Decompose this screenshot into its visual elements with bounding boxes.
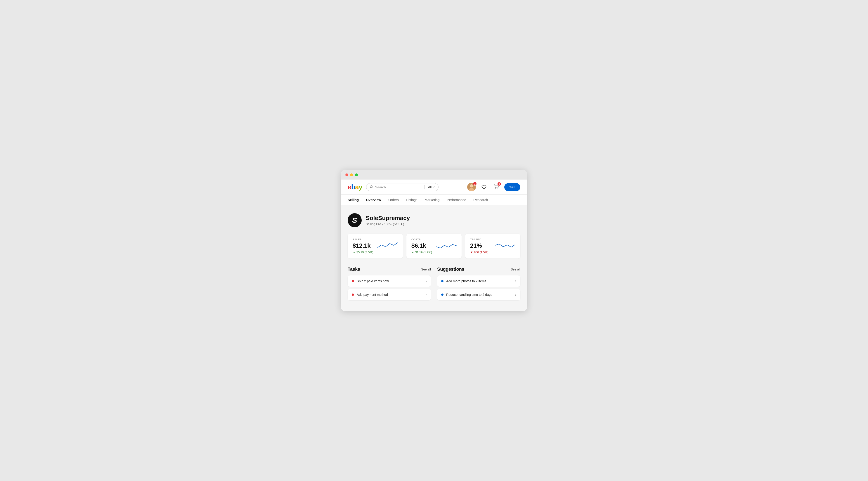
logo-e: e [348,184,351,190]
store-subtitle: Selling Pro • 100% (549 ★) [366,222,410,226]
suggestion-left-photos: Add more photos to 2 items [441,279,486,283]
metric-card-costs: COSTS $6.1k ▲ $1.19 (1.2%) [406,234,462,259]
suggestion-item-handling[interactable]: Reduce handling time to 2 days › [437,289,520,300]
suggestion-text-handling: Reduce handling time to 2 days [446,293,492,297]
browser-window: ebay Search All [341,170,527,311]
task-dot-ship [352,280,354,282]
suggestion-left-handling: Reduce handling time to 2 days [441,293,492,297]
metric-label-traffic: TRAFFIC [470,238,488,241]
bottom-row: Tasks See all Ship 2 paid items now › [348,267,520,303]
cart-button[interactable]: 3 [492,183,500,191]
main-content: S SoleSupremacy Selling Pro • 100% (549 … [341,205,527,311]
tab-research[interactable]: Research [473,195,488,205]
metric-value-sales: $12.1k [352,242,373,249]
search-icon [370,185,373,189]
task-text-ship: Ship 2 paid items now [357,279,389,283]
avatar-wrap[interactable]: 2 [467,183,476,191]
suggestions-section: Suggestions See all Add more photos to 2… [437,267,520,303]
metrics-row: SALES $12.1k ▲ $5.29 (3.5%) [348,234,520,259]
logo-y: y [359,184,362,190]
svg-point-5 [495,189,496,189]
browser-dot-yellow [350,174,353,176]
sub-nav: Selling Overview Orders Listings Marketi… [341,195,527,205]
store-name: SoleSupremacy [366,215,410,221]
metric-card-sales: SALES $12.1k ▲ $5.29 (3.5%) [348,234,403,259]
search-placeholder: Search [375,185,421,189]
up-arrow-icon-costs: ▲ [411,250,414,254]
task-left-ship: Ship 2 paid items now [352,279,389,283]
metric-change-text-sales: $5.29 (3.5%) [356,250,373,254]
down-arrow-icon-traffic: ▼ [470,250,473,254]
metric-change-text-costs: $1.19 (1.2%) [415,250,432,254]
cart-badge: 3 [497,182,501,186]
chart-traffic [495,240,515,251]
svg-point-3 [470,184,473,187]
search-divider [424,185,425,189]
task-item-payment[interactable]: Add payment method › [348,289,431,300]
metric-value-traffic: 21% [470,242,488,249]
svg-point-6 [498,189,498,189]
subnav-selling-label: Selling [348,195,359,205]
store-header: S SoleSupremacy Selling Pro • 100% (549 … [348,213,520,227]
metric-card-traffic: TRAFFIC 21% ▼ 800 (1.5%) [465,234,520,259]
sell-button[interactable]: Sell [504,183,520,191]
suggestion-dot-handling [441,294,443,296]
browser-dot-red [345,174,348,176]
metric-change-traffic: ▼ 800 (1.5%) [470,250,488,254]
tasks-title: Tasks [348,267,360,272]
metric-change-sales: ▲ $5.29 (3.5%) [352,250,373,254]
task-dot-payment [352,294,354,296]
avatar-badge: 2 [473,182,477,186]
metric-change-text-traffic: 800 (1.5%) [474,250,489,254]
ebay-logo[interactable]: ebay [348,184,362,190]
header: ebay Search All [341,180,527,195]
tasks-header: Tasks See all [348,267,431,272]
task-text-payment: Add payment method [357,293,388,297]
suggestion-item-photos[interactable]: Add more photos to 2 items › [437,275,520,287]
metric-info-costs: COSTS $6.1k ▲ $1.19 (1.2%) [411,238,432,254]
tab-performance[interactable]: Performance [447,195,466,205]
chevron-right-icon-handling: › [515,293,516,297]
metric-value-costs: $6.1k [411,242,432,249]
chart-costs [436,240,457,251]
chevron-right-icon-payment: › [426,293,427,297]
suggestions-header: Suggestions See all [437,267,520,272]
suggestions-title: Suggestions [437,267,464,272]
suggestions-see-all[interactable]: See all [510,268,520,271]
metric-label-sales: SALES [352,238,373,241]
metric-label-costs: COSTS [411,238,432,241]
suggestion-dot-photos [441,280,443,282]
svg-line-1 [372,187,373,188]
tasks-section: Tasks See all Ship 2 paid items now › [348,267,431,303]
chart-sales [377,240,398,251]
task-left-payment: Add payment method [352,293,388,297]
browser-dot-green [355,174,358,176]
wishlist-button[interactable] [480,183,488,191]
search-category-label: All [428,185,432,189]
store-logo: S [348,213,362,227]
tab-overview[interactable]: Overview [366,195,381,205]
store-info: SoleSupremacy Selling Pro • 100% (549 ★) [366,215,410,226]
search-category[interactable]: All [428,185,435,189]
metric-info-sales: SALES $12.1k ▲ $5.29 (3.5%) [352,238,373,254]
suggestion-text-photos: Add more photos to 2 items [446,279,486,283]
metric-info-traffic: TRAFFIC 21% ▼ 800 (1.5%) [470,238,488,254]
chevron-right-icon-ship: › [426,279,427,283]
logo-b: b [351,184,355,190]
metric-change-costs: ▲ $1.19 (1.2%) [411,250,432,254]
chevron-right-icon-photos: › [515,279,516,283]
store-logo-letter: S [352,216,357,224]
tasks-see-all[interactable]: See all [421,268,431,271]
browser-chrome [341,170,527,180]
browser-content: ebay Search All [341,180,527,311]
task-item-ship[interactable]: Ship 2 paid items now › [348,275,431,287]
tab-orders[interactable]: Orders [388,195,399,205]
up-arrow-icon: ▲ [352,250,355,254]
search-bar[interactable]: Search All [366,183,438,191]
tab-marketing[interactable]: Marketing [425,195,440,205]
header-actions: 2 3 Sell [467,183,520,191]
logo-a: a [355,184,359,190]
tab-listings[interactable]: Listings [406,195,417,205]
